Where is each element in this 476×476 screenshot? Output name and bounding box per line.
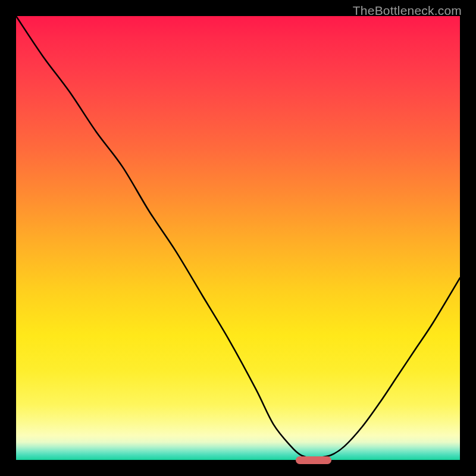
chart-frame: TheBottleneck.com [0, 0, 476, 476]
bottleneck-curve [16, 16, 460, 460]
optimum-marker [296, 456, 331, 464]
watermark: TheBottleneck.com [353, 4, 462, 18]
